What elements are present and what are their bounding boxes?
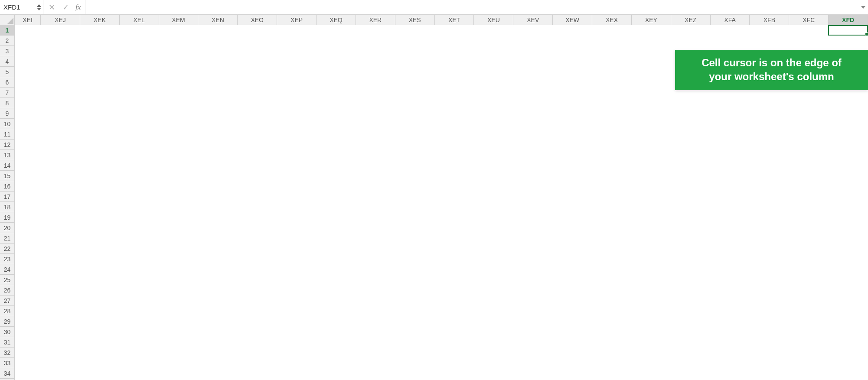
column-header[interactable]: XER	[356, 15, 395, 25]
row-header[interactable]: 28	[0, 306, 14, 316]
row-header[interactable]: 9	[0, 108, 14, 119]
row-headers: 1234567891011121314151617181920212223242…	[0, 25, 15, 380]
column-header[interactable]: XEW	[553, 15, 592, 25]
row-header[interactable]: 18	[0, 202, 14, 212]
callout-line2: your worksheet's column	[685, 70, 858, 84]
row-header[interactable]: 17	[0, 192, 14, 202]
callout-line1: Cell cursor is on the edge of	[685, 56, 858, 70]
column-header[interactable]: XEK	[80, 15, 120, 25]
column-header[interactable]: XEQ	[317, 15, 356, 25]
row-header[interactable]: 12	[0, 140, 14, 150]
row-header[interactable]: 25	[0, 275, 14, 285]
row-header[interactable]: 14	[0, 160, 14, 171]
row-header[interactable]: 23	[0, 254, 14, 264]
cancel-button[interactable]: ✕	[45, 1, 58, 13]
column-header[interactable]: XEY	[632, 15, 671, 25]
row-header[interactable]: 6	[0, 77, 14, 88]
active-cell-cursor	[828, 25, 868, 36]
column-header[interactable]: XFD	[829, 15, 868, 25]
row-header[interactable]: 20	[0, 223, 14, 233]
row-header[interactable]: 22	[0, 244, 14, 254]
row-header[interactable]: 10	[0, 119, 14, 129]
row-header[interactable]: 16	[0, 181, 14, 192]
row-header[interactable]: 32	[0, 348, 14, 358]
cancel-icon: ✕	[49, 3, 55, 12]
row-header[interactable]: 15	[0, 171, 14, 181]
column-header[interactable]: XFA	[711, 15, 750, 25]
formula-bar: ✕ ✓ fx	[0, 0, 868, 15]
column-header[interactable]: XEI	[15, 15, 41, 25]
row-header[interactable]: 27	[0, 296, 14, 306]
spinner-up-icon[interactable]	[37, 4, 41, 7]
row-header[interactable]: 1	[0, 25, 14, 36]
row-header[interactable]: 19	[0, 212, 14, 223]
column-header[interactable]: XFB	[750, 15, 789, 25]
column-header[interactable]: XEP	[277, 15, 317, 25]
column-header[interactable]: XEN	[198, 15, 238, 25]
row-header[interactable]: 4	[0, 56, 14, 67]
enter-button[interactable]: ✓	[59, 1, 72, 13]
column-headers: XEIXEJXEKXELXEMXENXEOXEPXEQXERXESXETXEUX…	[0, 15, 868, 25]
row-header[interactable]: 33	[0, 358, 14, 368]
row-header[interactable]: 13	[0, 150, 14, 160]
spinner-down-icon[interactable]	[37, 8, 41, 10]
formula-input-container	[85, 0, 868, 14]
column-header[interactable]: XEZ	[671, 15, 711, 25]
row-header[interactable]: 29	[0, 316, 14, 327]
name-box-spinner	[37, 4, 41, 10]
annotation-callout: Cell cursor is on the edge of your works…	[675, 50, 868, 90]
name-box-container	[0, 0, 43, 14]
column-header[interactable]: XET	[435, 15, 474, 25]
row-header[interactable]: 26	[0, 285, 14, 296]
row-header[interactable]: 30	[0, 327, 14, 337]
row-header[interactable]: 3	[0, 46, 14, 56]
column-header[interactable]: XEM	[159, 15, 199, 25]
select-all-button[interactable]	[0, 15, 15, 25]
check-icon: ✓	[62, 3, 69, 12]
row-header[interactable]: 7	[0, 88, 14, 98]
row-header[interactable]: 5	[0, 67, 14, 77]
column-header[interactable]: XEV	[513, 15, 553, 25]
column-header[interactable]: XFC	[789, 15, 829, 25]
row-header[interactable]: 2	[0, 36, 14, 46]
row-header[interactable]: 11	[0, 129, 14, 140]
formula-input[interactable]	[88, 0, 868, 14]
column-header[interactable]: XEU	[474, 15, 513, 25]
column-header[interactable]: XEO	[238, 15, 277, 25]
row-header[interactable]: 31	[0, 337, 14, 348]
insert-function-button[interactable]: fx	[73, 3, 83, 12]
column-header[interactable]: XEX	[592, 15, 632, 25]
row-header[interactable]: 8	[0, 98, 14, 108]
row-header[interactable]: 24	[0, 264, 14, 275]
row-header[interactable]: 21	[0, 233, 14, 244]
row-header[interactable]: 34	[0, 368, 14, 379]
formula-buttons: ✕ ✓ fx	[43, 0, 85, 14]
column-header[interactable]: XEJ	[41, 15, 80, 25]
column-header[interactable]: XES	[395, 15, 435, 25]
name-box-input[interactable]	[3, 3, 34, 11]
expand-formula-bar-icon[interactable]	[861, 6, 865, 9]
column-header[interactable]: XEL	[120, 15, 159, 25]
